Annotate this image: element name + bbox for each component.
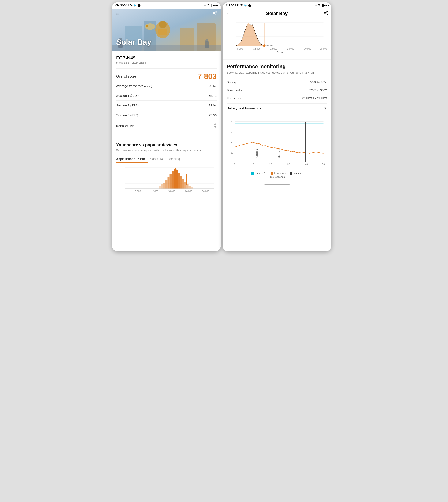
framerate-value: 23 FPS to 41 FPS xyxy=(302,96,327,100)
fps-unit-avg: (FPS) xyxy=(144,84,152,88)
result-date: tháng 12 17, 2024 21:54 xyxy=(116,61,217,64)
svg-line-24 xyxy=(214,125,215,125)
battery-legend-color xyxy=(251,172,254,174)
svg-point-9 xyxy=(146,25,148,27)
svg-text:30: 30 xyxy=(287,163,290,165)
metric-label-s3: Section 3 (FPS) xyxy=(116,113,139,117)
svg-point-22 xyxy=(215,126,216,127)
facebook-icon-r: 🐦 xyxy=(244,4,247,7)
mini-score-chart: 6 000 12 000 18 000 24 000 30 000 xyxy=(116,165,217,195)
svg-point-56 xyxy=(326,14,328,15)
chart-x-label: Time (seconds) xyxy=(226,175,328,179)
status-left: Chi SOS 21:54 🐦 ⬤ xyxy=(115,4,140,7)
svg-point-6 xyxy=(159,21,166,28)
svg-text:24 000: 24 000 xyxy=(287,47,294,50)
page-title-right: Solar Bay xyxy=(266,11,288,16)
metric-s3-fps: Section 3 (FPS) 23.96 xyxy=(116,110,217,120)
svg-point-21 xyxy=(213,125,214,126)
tabs: Apple iPhone 15 Pro Xiaomi 14 Samsung xyxy=(116,155,217,163)
svg-rect-44 xyxy=(187,184,189,189)
result-id: FCP-N49 xyxy=(116,55,217,61)
back-button-right[interactable]: ← xyxy=(226,11,231,16)
svg-line-57 xyxy=(325,13,326,14)
svg-text:0: 0 xyxy=(232,161,233,163)
signal-icon: ▐ xyxy=(211,4,212,7)
svg-text:18 000: 18 000 xyxy=(168,190,176,192)
svg-point-67 xyxy=(263,44,266,47)
svg-rect-43 xyxy=(184,182,187,189)
back-button-left[interactable]: ← xyxy=(115,11,120,16)
status-right-left-items: Chi SOS 21:54 🐦 ⬤ xyxy=(226,4,251,7)
hero-title: Solar Bay xyxy=(116,38,151,47)
chart-type-dropdown[interactable]: Battery and Frame rate ▼ xyxy=(227,103,327,113)
svg-rect-40 xyxy=(178,173,180,189)
legend-framerate: Frame rate xyxy=(271,172,287,175)
svg-line-58 xyxy=(325,12,326,13)
framerate-label: Frame rate xyxy=(227,96,242,100)
tab-samsung[interactable]: Samsung xyxy=(167,155,183,163)
overall-value: 7 803 xyxy=(198,72,217,81)
share-icon-guide[interactable] xyxy=(212,123,217,129)
messenger-icon-r: ⬤ xyxy=(248,4,251,7)
svg-marker-66 xyxy=(236,23,316,46)
svg-rect-46 xyxy=(191,187,193,189)
metric-s1-fps: Section 1 (FPS) 35.71 xyxy=(116,91,217,100)
svg-rect-41 xyxy=(180,176,182,189)
svg-text:40: 40 xyxy=(231,141,233,144)
left-phone: Chi SOS 21:54 🐦 ⬤ N ▐ 90 xyxy=(112,2,221,251)
metric-value-s1: 35.71 xyxy=(208,94,217,97)
tab-xiaomi[interactable]: Xiaomi 14 xyxy=(150,155,166,163)
svg-text:6 000: 6 000 xyxy=(237,47,243,50)
svg-point-54 xyxy=(326,11,328,13)
perf-title: Performance monitoring xyxy=(227,63,327,69)
messenger-icon: ⬤ xyxy=(138,4,140,7)
svg-text:12 000: 12 000 xyxy=(253,47,261,50)
svg-text:80: 80 xyxy=(231,120,233,123)
perf-framerate: Frame rate 23 FPS to 41 FPS xyxy=(227,94,327,102)
legend-markers: Markers xyxy=(290,172,302,175)
fps-unit-s3: (FPS) xyxy=(130,113,139,117)
svg-text:6 000: 6 000 xyxy=(135,190,141,192)
status-time-right: Chi SOS 21:54 xyxy=(226,4,243,7)
battery-icon-right: 90 xyxy=(323,4,328,7)
share-button-right[interactable] xyxy=(323,11,328,16)
metric-value-avg: 29.67 xyxy=(208,84,217,88)
svg-text:10: 10 xyxy=(251,163,254,165)
fps-unit-s1: (FPS) xyxy=(130,94,139,97)
wifi-icon xyxy=(207,4,210,7)
svg-rect-33 xyxy=(163,183,165,189)
compare-section: Your score vs popular devices See how yo… xyxy=(112,138,221,200)
metric-s2-fps: Section 2 (FPS) 29.04 xyxy=(116,100,217,110)
svg-rect-32 xyxy=(161,185,163,189)
home-indicator-left xyxy=(154,203,179,204)
svg-point-15 xyxy=(216,11,217,13)
svg-point-20 xyxy=(215,124,216,125)
right-phone: Chi SOS 21:54 🐦 ⬤ N ▐ 90 ← Solar Bay xyxy=(223,2,331,251)
nfc-icon: N xyxy=(204,4,206,7)
nfc-icon-r: N xyxy=(315,4,317,7)
svg-point-16 xyxy=(213,13,215,14)
battery-legend-label: Battery (%) xyxy=(255,172,267,175)
metric-avg-fps: Average frame rate (FPS) 29.67 xyxy=(116,81,217,91)
tab-iphone[interactable]: Apple iPhone 15 Pro xyxy=(116,155,148,163)
metric-label-s1: Section 1 (FPS) xyxy=(116,94,139,97)
temperature-label: Temperature xyxy=(227,88,244,92)
chevron-down-icon: ▼ xyxy=(324,107,327,110)
svg-point-47 xyxy=(175,168,177,170)
svg-point-55 xyxy=(324,13,325,14)
overall-score-row: Overall score 7 803 xyxy=(116,68,217,81)
svg-point-17 xyxy=(216,14,217,15)
svg-text:40: 40 xyxy=(305,163,308,165)
metric-label-avg: Average frame rate (FPS) xyxy=(116,84,152,88)
perf-battery: Battery 90% to 90% xyxy=(227,78,327,86)
svg-text:Section 1: Section 1 xyxy=(256,149,258,158)
compare-subtitle: See how your score compares with results… xyxy=(116,149,217,152)
user-guide-row: USER GUIDE xyxy=(116,120,217,132)
battery-label: Battery xyxy=(227,80,237,84)
svg-text:30 000: 30 000 xyxy=(202,190,209,192)
svg-line-19 xyxy=(214,12,216,13)
svg-rect-37 xyxy=(172,171,174,189)
perf-subtitle: See what was happening inside your devic… xyxy=(227,71,327,75)
compare-title: Your score vs popular devices xyxy=(116,142,217,147)
share-button-hero[interactable] xyxy=(213,11,217,17)
